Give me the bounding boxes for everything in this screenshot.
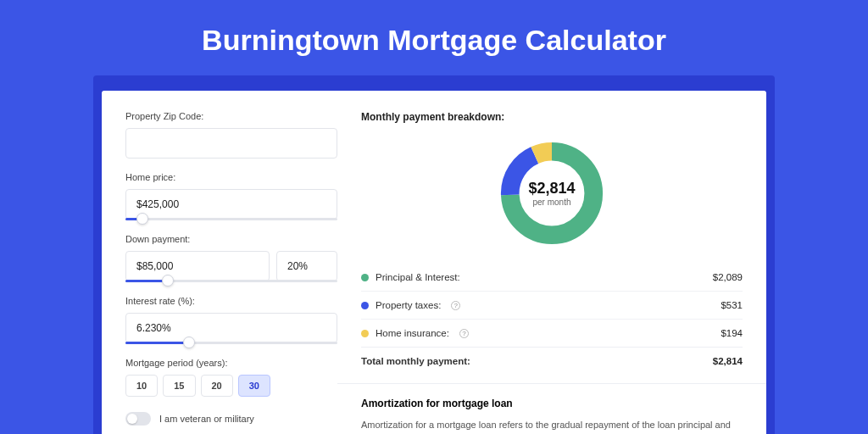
total-value: $2,814	[713, 356, 743, 366]
legend-dot-icon	[361, 274, 369, 281]
veteran-label: I am veteran or military	[159, 414, 254, 424]
breakdown-row-label: Property taxes:	[376, 300, 441, 310]
home-price-slider-thumb[interactable]	[136, 213, 148, 225]
down-payment-label: Down payment:	[125, 234, 337, 244]
period-pill-20[interactable]: 20	[201, 375, 233, 397]
form-column: Property Zip Code: Home price: Down paym…	[125, 111, 337, 434]
period-pill-row: 10152030	[125, 375, 337, 397]
amortization-text: Amortization for a mortgage loan refers …	[361, 418, 743, 434]
breakdown-row: Principal & Interest:$2,089	[361, 264, 743, 291]
card-shadow: Property Zip Code: Home price: Down paym…	[93, 75, 775, 434]
breakdown-row-label: Principal & Interest:	[376, 272, 460, 282]
zip-label: Property Zip Code:	[125, 111, 337, 121]
calculator-card: Property Zip Code: Home price: Down paym…	[102, 91, 766, 434]
donut-center: $2,814 per month	[497, 138, 607, 248]
interest-slider[interactable]	[125, 342, 337, 344]
home-price-label: Home price:	[125, 172, 337, 182]
period-label: Mortgage period (years):	[125, 358, 337, 368]
period-pill-30[interactable]: 30	[238, 375, 270, 397]
breakdown-row: Property taxes:?$531	[361, 291, 743, 319]
donut-wrap: $2,814 per month	[361, 133, 743, 264]
legend-dot-icon	[361, 302, 369, 309]
interest-group: Interest rate (%):	[125, 296, 337, 344]
home-price-input[interactable]	[125, 189, 337, 220]
down-payment-slider-thumb[interactable]	[162, 275, 174, 287]
divider	[337, 383, 766, 384]
info-icon[interactable]: ?	[459, 329, 469, 338]
donut-sub: per month	[532, 198, 570, 207]
zip-input[interactable]	[125, 128, 337, 159]
down-payment-pct-input[interactable]	[276, 251, 337, 281]
veteran-toggle-knob	[127, 414, 137, 424]
breakdown-rows: Principal & Interest:$2,089Property taxe…	[361, 264, 743, 347]
home-price-slider[interactable]	[125, 218, 337, 220]
down-payment-group: Down payment:	[125, 234, 337, 282]
donut-amount: $2,814	[528, 180, 575, 198]
breakdown-row-value: $531	[721, 300, 743, 310]
amortization-title: Amortization for mortgage loan	[361, 398, 743, 409]
period-pill-10[interactable]: 10	[125, 375, 158, 397]
total-label: Total monthly payment:	[361, 356, 470, 366]
interest-label: Interest rate (%):	[125, 296, 337, 306]
breakdown-row-label-wrap: Principal & Interest:	[361, 272, 460, 282]
payment-donut-chart: $2,814 per month	[497, 138, 607, 248]
veteran-row: I am veteran or military	[125, 412, 337, 426]
info-icon[interactable]: ?	[451, 301, 460, 310]
page-title: Burningtown Mortgage Calculator	[0, 0, 868, 75]
down-payment-input[interactable]	[125, 251, 270, 281]
breakdown-row-value: $194	[721, 328, 743, 338]
down-payment-slider[interactable]	[125, 280, 337, 282]
zip-group: Property Zip Code:	[125, 111, 337, 159]
breakdown-row-label-wrap: Property taxes:?	[361, 300, 460, 310]
interest-slider-thumb[interactable]	[183, 337, 195, 348]
breakdown-row: Home insurance:?$194	[361, 319, 743, 347]
breakdown-row-label-wrap: Home insurance:?	[361, 328, 469, 338]
total-row: Total monthly payment: $2,814	[361, 347, 743, 375]
breakdown-title: Monthly payment breakdown:	[361, 111, 743, 123]
breakdown-row-value: $2,089	[713, 272, 743, 282]
home-price-group: Home price:	[125, 172, 337, 220]
legend-dot-icon	[361, 330, 369, 337]
interest-slider-fill	[125, 342, 189, 344]
period-pill-15[interactable]: 15	[163, 375, 195, 397]
period-group: Mortgage period (years): 10152030	[125, 358, 337, 397]
results-column: Monthly payment breakdown: $2,814 per mo…	[361, 111, 743, 434]
veteran-toggle[interactable]	[125, 412, 151, 426]
breakdown-row-label: Home insurance:	[376, 328, 449, 338]
interest-input[interactable]	[125, 313, 337, 343]
